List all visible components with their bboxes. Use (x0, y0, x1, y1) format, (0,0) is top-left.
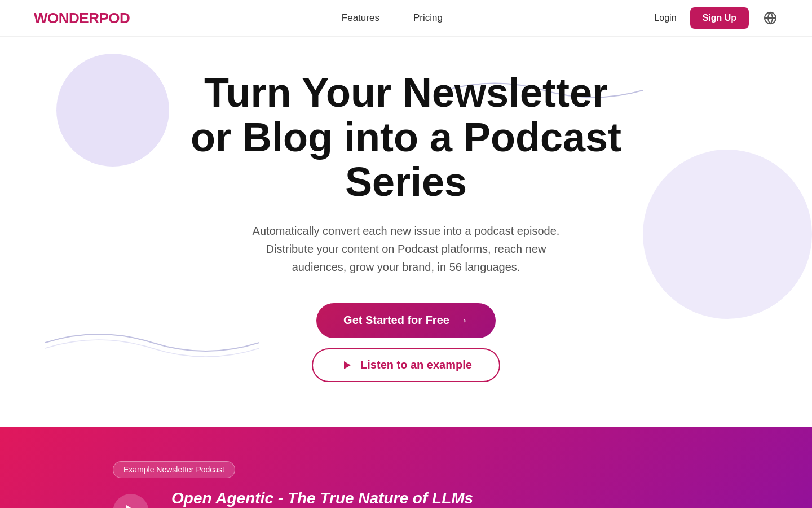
hero-buttons: Get Started for Free → Listen to an exam… (312, 303, 500, 382)
listen-example-label: Listen to an example (360, 358, 472, 371)
hero-subtitle: Automatically convert each new issue int… (248, 222, 564, 276)
nav-link-features[interactable]: Features (342, 12, 379, 24)
language-icon[interactable] (762, 10, 778, 26)
get-started-label: Get Started for Free (343, 314, 449, 327)
podcast-section: Example Newsletter Podcast Open Agentic … (0, 427, 812, 508)
listen-example-button[interactable]: Listen to an example (312, 348, 500, 382)
deco-wave-left (45, 326, 259, 360)
svg-marker-2 (344, 361, 351, 369)
arrow-icon: → (456, 313, 469, 328)
logo[interactable]: WONDERPOD (34, 10, 130, 27)
login-button[interactable]: Login (654, 13, 676, 23)
deco-circle-topright (643, 150, 812, 319)
nav-link-pricing[interactable]: Pricing (413, 12, 443, 24)
signup-button[interactable]: Sign Up (690, 7, 749, 29)
nav-links: Features Pricing (342, 12, 443, 24)
podcast-play-button[interactable] (113, 494, 149, 508)
play-icon (340, 358, 354, 372)
play-triangle-icon (126, 505, 138, 508)
podcast-title: Open Agentic - The True Nature of LLMs (171, 489, 699, 507)
navbar: WONDERPOD Features Pricing Login Sign Up (0, 0, 812, 37)
hero-section: Turn Your Newsletter or Blog into a Podc… (0, 37, 812, 427)
logo-text: WONDERPOD (34, 10, 130, 27)
nav-actions: Login Sign Up (654, 7, 778, 29)
get-started-button[interactable]: Get Started for Free → (316, 303, 496, 338)
hero-title: Turn Your Newsletter or Blog into a Podc… (180, 71, 632, 205)
deco-circle-topleft (56, 54, 169, 167)
podcast-badge: Example Newsletter Podcast (113, 461, 235, 478)
podcast-content: Open Agentic - The True Nature of LLMs D… (113, 489, 699, 508)
podcast-info: Open Agentic - The True Nature of LLMs D… (171, 489, 699, 508)
